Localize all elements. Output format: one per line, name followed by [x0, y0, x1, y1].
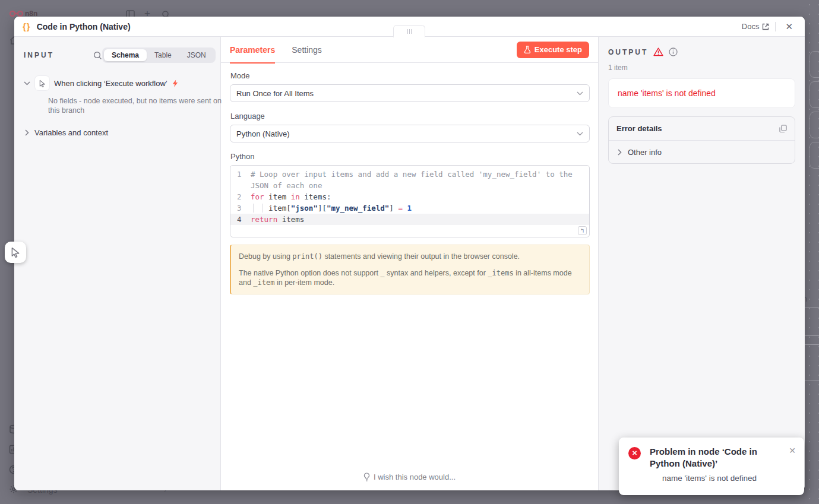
panel-drag-handle[interactable] — [393, 25, 425, 37]
variables-label: Variables and context — [34, 128, 108, 137]
canvas-control — [809, 112, 819, 138]
editor-indent-icon[interactable]: ↰ — [578, 226, 587, 235]
tab-json[interactable]: JSON — [179, 49, 214, 61]
output-items-count: 1 item — [608, 64, 795, 72]
feature-request-link[interactable]: I wish this node would... — [221, 463, 598, 490]
input-source-node-row[interactable]: When clicking ‘Execute workflow’ — [24, 76, 211, 90]
header-divider — [775, 22, 776, 31]
mode-label: Mode — [230, 71, 590, 80]
canvas-control — [809, 142, 819, 169]
code-line[interactable]: 1# Loop over input items and add a new f… — [230, 169, 589, 191]
flask-icon — [524, 46, 531, 53]
search-icon[interactable] — [93, 51, 102, 60]
error-details-title: Error details — [616, 124, 662, 133]
toast-close-icon[interactable]: ✕ — [789, 446, 796, 470]
mode-value: Run Once for All Items — [236, 89, 314, 98]
node-title[interactable]: Code in Python (Native) — [37, 22, 131, 31]
other-info-row[interactable]: Other info — [609, 141, 795, 163]
language-value: Python (Native) — [236, 129, 290, 138]
input-view-switch: Schema Table JSON — [102, 47, 216, 63]
execute-step-button[interactable]: Execute step — [517, 42, 589, 58]
app-stage: n8n + Settings › ⌄ em {} Code in Python … — [0, 0, 819, 504]
lightbulb-icon — [363, 473, 370, 481]
error-toast[interactable]: ✕ Problem in node ‘Code in Python (Nativ… — [619, 438, 804, 495]
error-message: name 'items' is not defined — [618, 88, 786, 98]
other-info-label: Other info — [628, 148, 662, 157]
code-editor[interactable]: 1# Loop over input items and add a new f… — [230, 165, 590, 237]
execute-step-label: Execute step — [535, 45, 582, 54]
tab-parameters[interactable]: Parameters — [230, 37, 275, 63]
error-details-card: Error details Other info — [608, 116, 795, 164]
python-code-label: Python — [230, 152, 590, 161]
tab-schema[interactable]: Schema — [104, 49, 147, 61]
external-link-icon — [762, 23, 769, 30]
mode-select[interactable]: Run Once for All Items — [230, 84, 590, 102]
docs-label: Docs — [742, 22, 760, 31]
toast-title: Problem in node ‘Code in Python (Native)… — [650, 446, 769, 470]
source-node-label: When clicking ‘Execute workflow’ — [54, 79, 167, 88]
output-panel: OUTPUT 1 item name 'items' is not define… — [598, 37, 805, 490]
chevron-right-icon[interactable] — [25, 129, 29, 136]
tab-table[interactable]: Table — [147, 49, 179, 61]
input-panel: INPUT Schema Table JSON — [14, 37, 221, 490]
chevron-down-icon — [577, 91, 583, 96]
toast-message: name 'items' is not defined — [662, 474, 796, 483]
error-circle-icon: ✕ — [628, 447, 641, 459]
canvas-control — [809, 51, 819, 78]
docs-link[interactable]: Docs — [742, 22, 770, 31]
mapping-cursor-button[interactable] — [5, 242, 26, 263]
input-panel-title: INPUT — [24, 51, 54, 59]
node-details-view: {} Code in Python (Native) Docs ✕ INPUT — [14, 17, 805, 490]
output-panel-title: OUTPUT — [608, 48, 648, 56]
error-message-card: name 'items' is not defined — [608, 78, 795, 108]
code-node-icon: {} — [23, 21, 31, 31]
cursor-icon — [10, 247, 21, 258]
info-icon[interactable] — [669, 47, 678, 56]
copy-icon[interactable] — [779, 125, 787, 133]
parameters-panel: Parameters Settings Execute step Mode Ru… — [221, 37, 598, 490]
manual-trigger-node-icon — [35, 76, 49, 90]
tab-settings[interactable]: Settings — [292, 37, 322, 63]
close-icon[interactable]: ✕ — [782, 20, 796, 33]
variables-and-context-row[interactable]: Variables and context — [24, 128, 211, 137]
input-empty-message: No fields - node executed, but no items … — [48, 96, 222, 115]
code-line[interactable]: 2for item in items: — [230, 191, 589, 202]
language-label: Language — [230, 112, 590, 121]
language-select[interactable]: Python (Native) — [230, 125, 590, 142]
feature-request-label: I wish this node would... — [374, 473, 456, 481]
error-warning-icon — [653, 47, 663, 56]
python-native-notice: Debug by using print() statements and vi… — [230, 245, 590, 294]
trigger-bolt-icon — [172, 80, 179, 87]
chevron-right-icon — [618, 149, 622, 156]
canvas-control — [809, 81, 819, 108]
code-line[interactable]: 3 item["json"]["my_new_field"] = 1 — [230, 202, 589, 214]
chevron-down-icon[interactable] — [24, 81, 30, 85]
chevron-down-icon — [577, 132, 583, 136]
code-line[interactable]: 4return items — [230, 214, 589, 225]
